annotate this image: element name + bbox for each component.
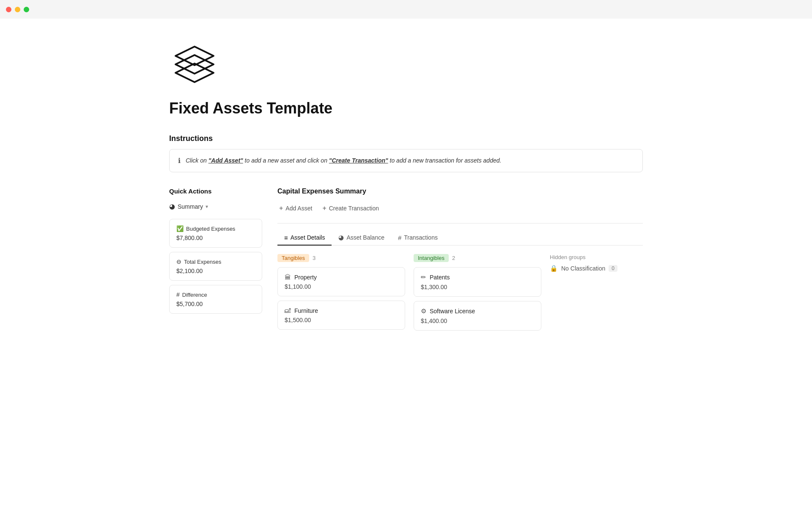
close-button[interactable] <box>6 7 11 12</box>
chart-icon: ◕ <box>169 202 175 210</box>
plus-icon-2: + <box>322 204 326 212</box>
tab-transactions[interactable]: # Transactions <box>391 230 444 246</box>
no-classification-label: No Classification <box>561 265 605 272</box>
main-content: Capital Expenses Summary + Add Asset + C… <box>277 188 643 335</box>
summary-toggle[interactable]: ◕ Summary ▾ <box>169 201 262 212</box>
hidden-groups: Hidden groups 🔒 No Classification 0 <box>550 254 643 272</box>
property-icon: 🏛 <box>285 273 291 281</box>
page-title: Fixed Assets Template <box>169 99 643 117</box>
tab-asset-balance-label: Asset Balance <box>346 234 384 241</box>
create-transaction-button[interactable]: + Create Transaction <box>321 202 381 215</box>
add-asset-label: Add Asset <box>285 205 312 212</box>
add-asset-button[interactable]: + Add Asset <box>277 202 314 215</box>
tangibles-badge: Tangibles <box>277 254 309 262</box>
chevron-down-icon: ▾ <box>206 204 208 210</box>
info-box: ℹ Click on "Add Asset" to add a new asse… <box>169 149 643 172</box>
info-text: Click on "Add Asset" to add a new asset … <box>186 156 501 165</box>
stat-card-difference: # Difference $5,700.00 <box>169 285 262 314</box>
sidebar: Quick Actions ◕ Summary ▾ ✅ Budgeted Exp… <box>169 188 262 318</box>
action-bar: + Add Asset + Create Transaction <box>277 202 643 215</box>
intangibles-count: 2 <box>452 255 455 261</box>
tangibles-header: Tangibles 3 <box>277 254 405 262</box>
asset-card-property[interactable]: 🏛 Property $1,100.00 <box>277 267 405 296</box>
create-transaction-label: Create Transaction <box>329 205 379 212</box>
furniture-icon: 🛋 <box>285 307 291 314</box>
page-content: Fixed Assets Template Instructions ℹ Cli… <box>135 19 677 360</box>
hash-icon-tab: # <box>398 234 401 241</box>
software-license-value: $1,400.00 <box>421 318 534 324</box>
pie-icon: ◕ <box>338 234 344 241</box>
minimize-button[interactable] <box>15 7 20 12</box>
maximize-button[interactable] <box>24 7 29 12</box>
stat-card-total: ⊖ Total Expenses $2,100.00 <box>169 252 262 281</box>
property-value: $1,100.00 <box>285 283 398 290</box>
tab-transactions-label: Transactions <box>404 234 438 241</box>
patents-value: $1,300.00 <box>421 284 534 290</box>
groups-area: Tangibles 3 🏛 Property $1,100.00 🛋 <box>277 254 643 335</box>
difference-label: Difference <box>182 292 207 298</box>
logo-area <box>169 36 643 88</box>
tabs: ≡ Asset Details ◕ Asset Balance # Transa… <box>277 230 643 246</box>
furniture-name: Furniture <box>294 307 318 314</box>
plus-icon: + <box>279 204 283 212</box>
tangibles-count: 3 <box>313 255 315 261</box>
tangibles-group: Tangibles 3 🏛 Property $1,100.00 🛋 <box>277 254 405 334</box>
intangibles-badge: Intangibles <box>414 254 449 262</box>
hash-icon: # <box>176 291 180 298</box>
summary-label: Summary <box>178 203 203 210</box>
hidden-groups-label: Hidden groups <box>550 254 643 260</box>
software-license-name: Software License <box>430 308 475 315</box>
layers-logo-icon <box>169 36 220 86</box>
no-classification-count: 0 <box>609 265 617 272</box>
table-icon: ≡ <box>284 234 288 241</box>
tab-asset-balance[interactable]: ◕ Asset Balance <box>332 230 391 246</box>
no-classification: 🔒 No Classification 0 <box>550 265 643 272</box>
titlebar <box>0 0 812 19</box>
stat-card-budgeted: ✅ Budgeted Expenses $7,800.00 <box>169 219 262 248</box>
tab-asset-details-label: Asset Details <box>291 234 325 241</box>
asset-card-furniture[interactable]: 🛋 Furniture $1,500.00 <box>277 301 405 330</box>
instructions-heading: Instructions <box>169 134 643 143</box>
property-name: Property <box>294 274 317 281</box>
asset-card-patents[interactable]: ✏ Patents $1,300.00 <box>414 267 541 297</box>
total-expenses-label: Total Expenses <box>184 259 221 265</box>
info-icon: ℹ <box>178 157 181 165</box>
asset-card-software-license[interactable]: ⚙ Software License $1,400.00 <box>414 301 541 331</box>
quick-actions-heading: Quick Actions <box>169 188 262 195</box>
budgeted-expenses-label: Budgeted Expenses <box>186 226 235 232</box>
budgeted-expenses-value: $7,800.00 <box>176 235 255 241</box>
divider <box>277 223 643 224</box>
two-col-layout: Quick Actions ◕ Summary ▾ ✅ Budgeted Exp… <box>169 188 643 335</box>
patents-name: Patents <box>430 274 450 281</box>
furniture-value: $1,500.00 <box>285 317 398 323</box>
software-icon: ⚙ <box>421 307 426 315</box>
minus-circle-icon: ⊖ <box>176 258 181 265</box>
intangibles-header: Intangibles 2 <box>414 254 541 262</box>
total-expenses-value: $2,100.00 <box>176 268 255 274</box>
intangibles-group: Intangibles 2 ✏ Patents $1,300.00 ⚙ <box>414 254 541 335</box>
content-heading: Capital Expenses Summary <box>277 188 643 195</box>
check-icon: ✅ <box>176 225 184 232</box>
lock-icon: 🔒 <box>550 265 558 272</box>
difference-value: $5,700.00 <box>176 301 255 307</box>
patents-icon: ✏ <box>421 273 426 281</box>
tab-asset-details[interactable]: ≡ Asset Details <box>277 230 332 246</box>
